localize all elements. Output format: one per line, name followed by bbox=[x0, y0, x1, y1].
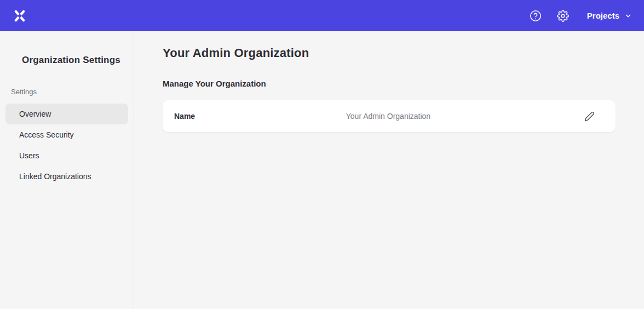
app-root: Projects Organization Settings Settings … bbox=[0, 0, 644, 309]
settings-button[interactable] bbox=[556, 9, 570, 22]
projects-menu[interactable]: Projects bbox=[587, 11, 632, 20]
projects-label: Projects bbox=[587, 11, 619, 20]
name-card: Name Your Admin Organization bbox=[163, 100, 616, 132]
sidebar-item-overview[interactable]: Overview bbox=[5, 104, 128, 124]
pencil-icon bbox=[584, 111, 595, 122]
main-content: Your Admin Organization Manage Your Orga… bbox=[134, 31, 644, 309]
sidebar: Organization Settings Settings Overview … bbox=[0, 31, 134, 309]
name-value: Your Admin Organization bbox=[346, 112, 430, 121]
page-title: Your Admin Organization bbox=[163, 46, 616, 60]
content-area: Organization Settings Settings Overview … bbox=[0, 31, 644, 309]
topbar: Projects bbox=[0, 0, 644, 31]
brand-logo-icon[interactable] bbox=[12, 8, 27, 24]
sidebar-item-access-security[interactable]: Access Security bbox=[5, 124, 128, 145]
help-circle-icon bbox=[530, 10, 542, 22]
sidebar-item-linked-organizations[interactable]: Linked Organizations bbox=[5, 166, 128, 187]
topbar-actions: Projects bbox=[529, 9, 632, 22]
section-title: Manage Your Organization bbox=[163, 79, 616, 88]
gear-icon bbox=[557, 10, 569, 22]
sidebar-nav: Overview Access Security Users Linked Or… bbox=[0, 104, 134, 187]
edit-name-button[interactable] bbox=[583, 110, 596, 123]
sidebar-section-label: Settings bbox=[0, 88, 134, 96]
sidebar-title: Organization Settings bbox=[0, 55, 134, 66]
sidebar-item-users[interactable]: Users bbox=[5, 145, 128, 166]
x-logo-icon bbox=[13, 9, 27, 23]
help-button[interactable] bbox=[529, 9, 542, 22]
chevron-down-icon bbox=[624, 12, 632, 20]
name-label: Name bbox=[163, 112, 195, 121]
